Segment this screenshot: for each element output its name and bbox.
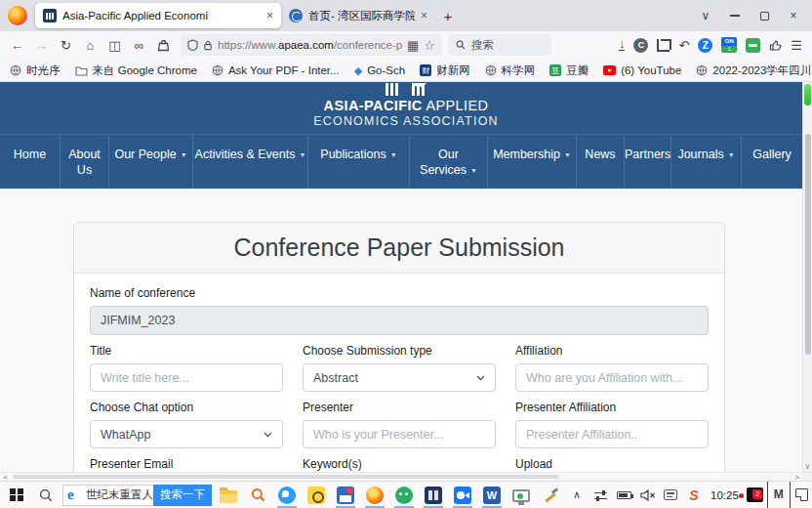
nav-publications[interactable]: Publications▼ xyxy=(307,135,409,189)
camera-app-button[interactable] xyxy=(302,482,331,508)
page-title: Conference Paper Submission xyxy=(233,233,564,262)
bookmark-item[interactable]: 时光序 xyxy=(10,64,61,78)
nav-home[interactable]: Home xyxy=(0,135,60,189)
collection-bag-icon[interactable] xyxy=(152,34,175,56)
close-window-button[interactable]: × xyxy=(779,3,808,28)
z-extension-icon[interactable]: Z xyxy=(698,38,712,53)
nav-news[interactable]: News xyxy=(576,135,624,189)
title-input[interactable] xyxy=(90,363,283,392)
submission-type-select[interactable]: Abstract xyxy=(303,363,496,392)
scroll-left-arrow[interactable]: < xyxy=(0,473,11,482)
reload-button[interactable]: ↻ xyxy=(55,34,77,56)
paint-tool-button[interactable] xyxy=(536,482,565,508)
presenter-input[interactable] xyxy=(303,420,496,448)
tab-close-icon[interactable]: × xyxy=(421,9,427,22)
presenter-affiliation-label: Presenter Affiliation xyxy=(515,401,709,414)
media-player-tray-icon[interactable]: 2 xyxy=(744,482,767,508)
extension-c-icon[interactable]: C xyxy=(633,38,648,53)
dark-tile-app-button[interactable] xyxy=(419,482,448,508)
chevron-down-icon: ▼ xyxy=(181,151,187,158)
bookmark-folder[interactable]: 来自 Google Chrome xyxy=(75,64,197,78)
on-extension-icon[interactable]: ON1 xyxy=(721,37,737,53)
restore-button[interactable] xyxy=(750,3,779,28)
vertical-scrollbar-thumb[interactable] xyxy=(805,134,811,355)
bookmark-item[interactable]: 财 财新网 xyxy=(420,64,470,78)
horizontal-scrollbar-thumb[interactable] xyxy=(13,475,559,479)
start-button[interactable] xyxy=(2,482,31,508)
nav-our-services[interactable]: Our Services▼ xyxy=(409,135,487,189)
search-now-button[interactable]: 搜索一下 xyxy=(153,485,212,506)
tuner-icon[interactable] xyxy=(589,482,612,508)
action-center-button[interactable] xyxy=(791,482,812,508)
minimize-button[interactable] xyxy=(720,3,750,28)
url-text[interactable]: https://www.apaea.com/conference-p xyxy=(218,39,402,51)
screenshot-crop-icon[interactable] xyxy=(657,39,670,52)
ime-icon[interactable] xyxy=(659,482,682,508)
bookmark-item[interactable]: 2022-2023学年四川... xyxy=(696,64,812,78)
bookmark-item[interactable]: 科学网 xyxy=(485,64,536,78)
vertical-scrollbar[interactable]: ∨ xyxy=(802,82,812,472)
sogou-input-icon[interactable]: S xyxy=(682,482,706,508)
bookmark-star-icon[interactable]: ☆ xyxy=(424,38,435,53)
tray-expand-chevron[interactable]: ∧ xyxy=(565,482,589,508)
nav-our-people[interactable]: Our People▼ xyxy=(108,135,192,189)
firefox-button[interactable] xyxy=(360,482,389,508)
chat-option-select[interactable]: WhatApp xyxy=(90,420,283,448)
forward-button[interactable]: → xyxy=(30,34,53,56)
globe-icon xyxy=(696,64,708,76)
screen-share-button[interactable] xyxy=(507,482,536,508)
affiliation-input[interactable] xyxy=(515,363,709,392)
battery-icon[interactable] xyxy=(612,482,635,508)
nav-journals[interactable]: Journals▼ xyxy=(670,135,741,189)
nav-gallery[interactable]: Gallery xyxy=(741,135,802,189)
undo-extension-icon[interactable]: ↶ xyxy=(678,34,689,56)
taskbar-clock[interactable]: 10:25 xyxy=(706,489,744,501)
new-tab-button[interactable]: + xyxy=(435,8,461,24)
nav-partners[interactable]: Partners xyxy=(624,135,670,189)
horizontal-scrollbar[interactable]: < > xyxy=(0,472,812,481)
infinity-extension-icon[interactable]: ∞ xyxy=(128,34,150,56)
search-tool-button[interactable] xyxy=(243,482,272,508)
quark-browser-button[interactable] xyxy=(272,482,302,508)
list-tabs-button[interactable]: ∨ xyxy=(691,3,720,28)
nav-about-us[interactable]: About Us xyxy=(60,135,108,189)
nav-activities-events[interactable]: Activities & Events▼ xyxy=(192,135,307,189)
scroll-right-arrow[interactable]: > xyxy=(792,473,802,482)
menu-hamburger-icon[interactable]: ☰ xyxy=(791,34,802,56)
wechat-button[interactable] xyxy=(389,482,419,508)
word-icon: W xyxy=(483,487,501,504)
bookmark-item[interactable]: Ask Your PDF - Inter... xyxy=(212,64,340,76)
volume-muted-icon[interactable] xyxy=(635,482,659,508)
firefox-logo-icon xyxy=(8,6,27,25)
tab-apaea[interactable]: Asia-Pacific Applied Economi × xyxy=(35,3,281,28)
share-hand-icon[interactable] xyxy=(769,39,782,52)
chevron-down-icon: ▼ xyxy=(390,151,397,158)
bookmark-item[interactable]: ◆ Go-Sch xyxy=(354,64,405,77)
taskbar-search-button[interactable] xyxy=(31,482,61,508)
green-extension-icon[interactable] xyxy=(746,38,760,53)
nav-membership[interactable]: Membership▼ xyxy=(487,135,576,189)
taskbar-news-search[interactable]: e 世纪末重置人... 搜索一下 xyxy=(62,485,212,506)
tab-title: Asia-Pacific Applied Economi xyxy=(62,10,261,21)
sidebar-icon[interactable]: ◫ xyxy=(103,34,126,56)
bookmark-item[interactable]: (6) YouTube xyxy=(603,64,681,76)
word-button[interactable]: W xyxy=(477,482,507,508)
search-bar[interactable]: 搜索 xyxy=(448,34,551,56)
scroll-down-arrow[interactable]: ∨ xyxy=(803,462,812,471)
home-button[interactable]: ⌂ xyxy=(79,34,102,56)
bookmark-item[interactable]: 豆 豆瓣 xyxy=(549,64,589,78)
address-bar[interactable]: https://www.apaea.com/conference-p ▦ ☆ xyxy=(181,34,442,56)
tab-school[interactable]: 首页- 湾区国际商学院 × xyxy=(281,3,435,28)
save-tool-button[interactable] xyxy=(331,482,360,508)
meeting-app-button[interactable] xyxy=(448,482,477,508)
conference-name-input[interactable] xyxy=(90,306,709,335)
downloads-button[interactable]: ↓ xyxy=(619,39,626,51)
file-explorer-button[interactable] xyxy=(214,482,243,508)
presenter-affiliation-input[interactable] xyxy=(515,420,709,448)
qr-code-icon[interactable]: ▦ xyxy=(407,38,419,53)
back-button[interactable]: ← xyxy=(6,34,28,56)
school-favicon xyxy=(289,9,303,22)
shield-icon[interactable] xyxy=(187,39,198,51)
m-app-tray-icon[interactable]: M xyxy=(767,482,791,508)
tab-close-icon[interactable]: × xyxy=(266,9,273,22)
